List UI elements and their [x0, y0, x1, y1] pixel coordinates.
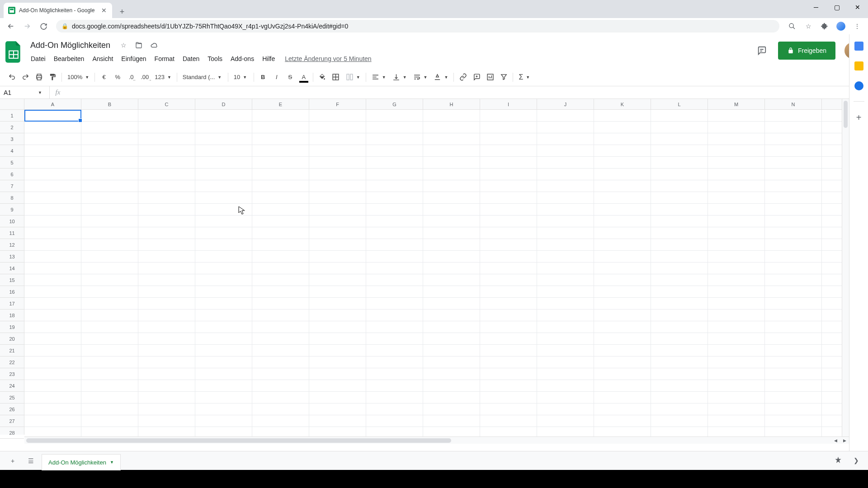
- row-header[interactable]: 8: [0, 192, 24, 204]
- cell[interactable]: [708, 192, 765, 203]
- cell[interactable]: [594, 321, 651, 333]
- cell[interactable]: [480, 110, 537, 121]
- cell[interactable]: [138, 122, 195, 133]
- all-sheets-button[interactable]: ☰: [24, 454, 38, 468]
- zoom-select[interactable]: 100%▼: [65, 71, 92, 83]
- cell[interactable]: [195, 415, 252, 427]
- cell[interactable]: [309, 180, 366, 192]
- cell[interactable]: [423, 239, 480, 250]
- cell[interactable]: [366, 227, 423, 239]
- bookmark-star-icon[interactable]: ☆: [801, 19, 816, 33]
- cell[interactable]: [366, 192, 423, 203]
- cell[interactable]: [537, 345, 594, 356]
- cell[interactable]: [24, 251, 81, 262]
- cell[interactable]: [138, 169, 195, 180]
- cell[interactable]: [81, 392, 138, 403]
- cell[interactable]: [480, 180, 537, 192]
- cell[interactable]: [708, 333, 765, 344]
- currency-button[interactable]: €: [98, 71, 110, 84]
- cell[interactable]: [195, 180, 252, 192]
- row-header[interactable]: 20: [0, 333, 24, 345]
- cell[interactable]: [24, 216, 81, 227]
- cell[interactable]: [252, 145, 309, 156]
- star-icon[interactable]: ☆: [118, 40, 129, 51]
- cell[interactable]: [708, 298, 765, 309]
- cell[interactable]: [195, 122, 252, 133]
- cell[interactable]: [708, 133, 765, 145]
- cell[interactable]: [138, 110, 195, 121]
- cell[interactable]: [309, 321, 366, 333]
- row-header[interactable]: 14: [0, 263, 24, 274]
- cell[interactable]: [138, 298, 195, 309]
- cell[interactable]: [138, 133, 195, 145]
- cell[interactable]: [138, 263, 195, 274]
- cell[interactable]: [537, 286, 594, 297]
- cell[interactable]: [480, 298, 537, 309]
- font-select[interactable]: Standard (...▼: [180, 71, 225, 83]
- cell[interactable]: [651, 274, 708, 286]
- row-header[interactable]: 21: [0, 345, 24, 357]
- move-icon[interactable]: [133, 40, 144, 51]
- cell[interactable]: [651, 239, 708, 250]
- cell[interactable]: [252, 110, 309, 121]
- text-wrap-button[interactable]: ▼: [410, 71, 430, 83]
- forward-button[interactable]: [20, 19, 34, 33]
- cell[interactable]: [480, 204, 537, 215]
- column-header[interactable]: A: [24, 99, 81, 109]
- cell[interactable]: [24, 192, 81, 203]
- cell[interactable]: [366, 204, 423, 215]
- cell[interactable]: [138, 345, 195, 356]
- cell[interactable]: [366, 110, 423, 121]
- cell[interactable]: [480, 192, 537, 203]
- menu-help[interactable]: Hilfe: [259, 53, 278, 64]
- cell[interactable]: [765, 157, 822, 168]
- cell[interactable]: [81, 133, 138, 145]
- cell[interactable]: [651, 345, 708, 356]
- cell[interactable]: [24, 204, 81, 215]
- text-rotation-button[interactable]: ▼: [431, 71, 451, 83]
- cell[interactable]: [366, 239, 423, 250]
- cell[interactable]: [765, 180, 822, 192]
- column-header[interactable]: I: [480, 99, 537, 109]
- cell[interactable]: [480, 380, 537, 391]
- formula-input[interactable]: [66, 86, 868, 99]
- row-header[interactable]: 24: [0, 380, 24, 392]
- cell[interactable]: [138, 321, 195, 333]
- vertical-scroll-thumb[interactable]: [844, 101, 848, 128]
- cell[interactable]: [594, 392, 651, 403]
- column-header[interactable]: E: [252, 99, 309, 109]
- cell[interactable]: [24, 368, 81, 380]
- cell[interactable]: [81, 251, 138, 262]
- cell[interactable]: [765, 122, 822, 133]
- cell[interactable]: [537, 321, 594, 333]
- cell[interactable]: [252, 357, 309, 368]
- cell[interactable]: [138, 368, 195, 380]
- sheets-logo[interactable]: [5, 40, 23, 64]
- row-header[interactable]: 23: [0, 368, 24, 380]
- cell[interactable]: [309, 145, 366, 156]
- cell[interactable]: [81, 227, 138, 239]
- cell[interactable]: [594, 169, 651, 180]
- cell[interactable]: [309, 415, 366, 427]
- cell[interactable]: [252, 227, 309, 239]
- cell[interactable]: [594, 239, 651, 250]
- cell[interactable]: [138, 286, 195, 297]
- cell[interactable]: [480, 310, 537, 321]
- cell[interactable]: [309, 345, 366, 356]
- bold-button[interactable]: B: [257, 71, 269, 84]
- cell[interactable]: [537, 333, 594, 344]
- comments-button[interactable]: [753, 42, 771, 60]
- cell[interactable]: [81, 122, 138, 133]
- cell[interactable]: [423, 404, 480, 415]
- cell[interactable]: [366, 216, 423, 227]
- cell[interactable]: [309, 286, 366, 297]
- cell[interactable]: [537, 204, 594, 215]
- cell[interactable]: [309, 368, 366, 380]
- cell[interactable]: [138, 157, 195, 168]
- cell[interactable]: [594, 251, 651, 262]
- cell[interactable]: [423, 357, 480, 368]
- horizontal-scrollbar[interactable]: [24, 436, 831, 444]
- cell[interactable]: [594, 180, 651, 192]
- cell[interactable]: [480, 251, 537, 262]
- browser-tab[interactable]: Add-On Möglichkeiten - Google ✕: [4, 3, 112, 18]
